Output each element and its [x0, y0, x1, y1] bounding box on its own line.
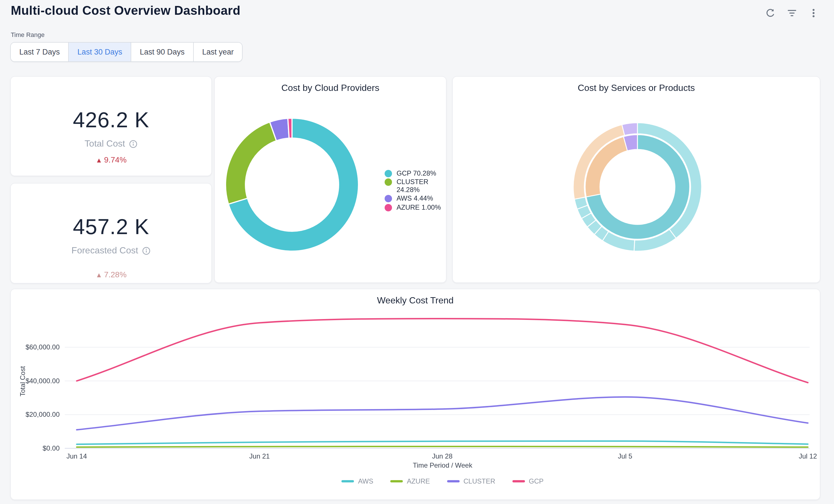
up-triangle-icon: ▲: [95, 271, 102, 279]
forecasted-cost-label: Forecasted Cost: [11, 245, 211, 256]
forecasted-cost-value: 457.2 K: [11, 216, 211, 238]
time-range-button-last-year[interactable]: Last year: [194, 43, 242, 61]
trend-legend-item-CLUSTER[interactable]: CLUSTER: [447, 477, 496, 485]
kpi-label-text: Total Cost: [85, 139, 125, 149]
total-cost-label: Total Cost: [11, 139, 211, 149]
y-tick-label: $0.00: [43, 444, 60, 452]
trend-legend: AWSAZURECLUSTERGCP: [64, 477, 821, 485]
total-cost-card: 426.2 K Total Cost ▲9.74%: [10, 76, 212, 176]
page-title: Multi-cloud Cost Overview Dashboard: [11, 3, 241, 18]
delta-value: 7.28%: [104, 270, 126, 279]
legend-dot: [385, 204, 392, 211]
info-icon[interactable]: [129, 139, 137, 148]
kebab-menu-icon[interactable]: [808, 7, 819, 19]
header-toolbar: [765, 7, 819, 19]
x-tick-label: Jun 14: [66, 452, 87, 460]
legend-label: AWS: [358, 477, 373, 485]
filter-icon[interactable]: [786, 7, 798, 19]
y-tick-label: $60,000.00: [26, 343, 60, 351]
info-icon[interactable]: [142, 246, 151, 255]
refresh-icon[interactable]: [765, 7, 776, 19]
providers-legend-item-AWS[interactable]: AWS 4.44%: [385, 195, 446, 202]
sunburst-outer-segment[interactable]: [622, 123, 637, 135]
total-cost-delta: ▲9.74%: [11, 155, 211, 164]
trend-line-CLUSTER: [77, 397, 808, 430]
cost-by-cloud-providers-card: Cost by Cloud Providers GCP 70.28%CLUSTE…: [214, 76, 446, 283]
services-sunburst-chart: [453, 77, 820, 282]
trend-line-AWS: [77, 441, 808, 444]
time-range-button-last-7-days[interactable]: Last 7 Days: [11, 43, 69, 61]
trend-legend-item-GCP[interactable]: GCP: [512, 477, 544, 485]
up-triangle-icon: ▲: [95, 156, 102, 164]
x-tick-label: Jun 28: [432, 452, 453, 460]
time-range-group: Last 7 DaysLast 30 DaysLast 90 DaysLast …: [10, 42, 243, 62]
providers-legend-item-GCP[interactable]: GCP 70.28%: [385, 169, 446, 177]
total-cost-value: 426.2 K: [11, 109, 211, 131]
donut-segment-AZURE[interactable]: [288, 118, 292, 138]
legend-label: CLUSTER 24.28%: [397, 178, 446, 194]
delta-value: 9.74%: [104, 155, 126, 164]
kpi-label-text: Forecasted Cost: [71, 245, 138, 256]
providers-legend: GCP 70.28%CLUSTER 24.28%AWS 4.44%AZURE 1…: [385, 169, 446, 212]
legend-label: AZURE 1.00%: [397, 203, 441, 211]
x-tick-label: Jul 12: [799, 452, 817, 460]
x-tick-label: Jul 5: [618, 452, 632, 460]
y-tick-label: $40,000.00: [26, 377, 60, 385]
trend-line-AZURE: [77, 446, 808, 447]
legend-line-swatch: [390, 480, 403, 482]
time-range-button-last-90-days[interactable]: Last 90 Days: [131, 43, 194, 61]
legend-label: GCP 70.28%: [397, 169, 436, 177]
trend-legend-item-AZURE[interactable]: AZURE: [390, 477, 430, 485]
time-range-label: Time Range: [11, 31, 45, 38]
legend-label: AWS 4.44%: [397, 195, 433, 202]
forecasted-cost-card: 457.2 K Forecasted Cost ▲7.28%: [10, 183, 212, 284]
x-tick-label: Jun 21: [249, 452, 270, 460]
providers-legend-item-CLUSTER[interactable]: CLUSTER 24.28%: [385, 178, 446, 194]
y-axis-title: Total Cost: [19, 366, 27, 397]
time-range-button-last-30-days[interactable]: Last 30 Days: [69, 43, 132, 61]
x-axis-title: Time Period / Week: [64, 461, 821, 469]
forecasted-cost-delta: ▲7.28%: [11, 270, 211, 279]
legend-dot: [385, 195, 392, 202]
legend-line-swatch: [447, 480, 460, 482]
legend-label: AZURE: [407, 477, 430, 485]
legend-label: GCP: [529, 477, 544, 485]
legend-dot: [385, 178, 392, 186]
trend-line-GCP: [77, 319, 808, 382]
providers-legend-item-AZURE[interactable]: AZURE 1.00%: [385, 203, 446, 211]
weekly-cost-trend-card: Weekly Cost Trend $0.00$20,000.00$40,000…: [10, 289, 820, 500]
legend-line-swatch: [342, 480, 354, 482]
cost-by-services-card: Cost by Services or Products: [452, 76, 820, 283]
legend-line-swatch: [512, 480, 525, 482]
trend-legend-item-AWS[interactable]: AWS: [342, 477, 373, 485]
legend-dot: [385, 170, 392, 177]
dashboard-page: { "header": { "title": "Multi-cloud Cost…: [0, 0, 834, 504]
donut-segment-CLUSTER[interactable]: [225, 122, 277, 204]
y-tick-label: $20,000.00: [26, 411, 60, 418]
legend-label: CLUSTER: [464, 477, 496, 485]
